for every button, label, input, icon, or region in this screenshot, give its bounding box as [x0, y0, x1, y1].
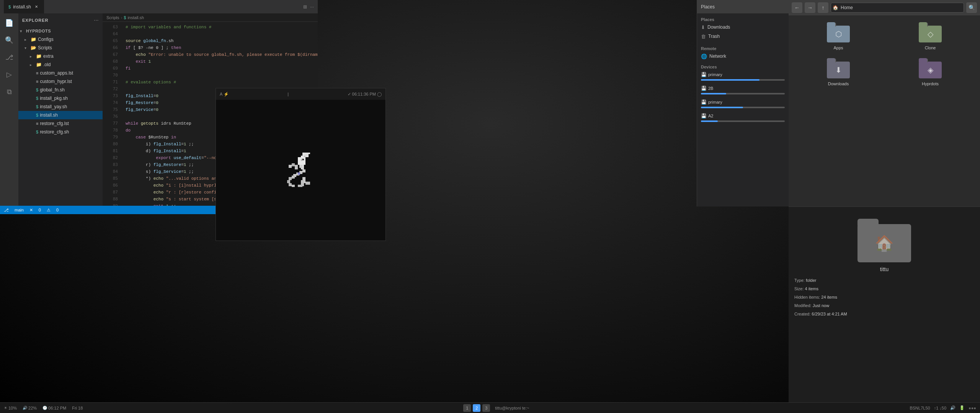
chevron-right-icon: ▸: [24, 37, 29, 42]
username-label: tittu@kryptoni te:~: [495, 406, 529, 410]
size-value: 4 items: [805, 286, 818, 291]
disk-icon: 💾: [701, 113, 707, 119]
tree-label: Scripts: [38, 45, 52, 50]
breadcrumb-scripts: Scripts: [106, 15, 119, 20]
places-label: Network: [709, 54, 726, 59]
tree-item-install-sh[interactable]: $ install.sh: [18, 111, 103, 119]
tree-item-restore-cfg-lst[interactable]: ≡ restore_cfg.lst: [18, 119, 103, 128]
workspace-label: 3: [485, 406, 487, 410]
line-numbers: 6364656667686970717273747576777879808182…: [103, 22, 122, 206]
explorer-section-hyprdots[interactable]: ▾ HYPRDOTS: [18, 27, 103, 35]
places-toolbar: Places: [697, 0, 789, 13]
back-button[interactable]: ←: [792, 2, 802, 13]
svg-rect-28: [304, 156, 305, 157]
script-icon: $: [36, 88, 38, 92]
places-item-network[interactable]: 🌐 Network: [697, 52, 789, 61]
created-label: Created:: [794, 312, 810, 316]
search-button[interactable]: 🔍: [966, 2, 977, 13]
disk-item-a2[interactable]: 💾A2: [697, 111, 789, 125]
fm-detail-panel: 🏠 tittu Type: folder Size: 4 items Hidde…: [789, 206, 980, 402]
workspace-3[interactable]: 3: [482, 404, 490, 412]
volume-icon: 🔊: [23, 406, 27, 410]
tab-close-button[interactable]: ✕: [33, 4, 39, 10]
apps-label: Apps: [833, 46, 843, 50]
git-branch-label: main: [15, 208, 24, 212]
terminal-status-right: ✓ 06:11:36 PM ◯: [348, 92, 382, 97]
tree-item-custom-apps[interactable]: ≡ custom_apps.lst: [18, 69, 103, 77]
disk-item-primary1[interactable]: 💾primary: [697, 70, 789, 84]
tree-item-install-pkg[interactable]: $ install_pkg.sh: [18, 94, 103, 102]
taskbar-workspaces: 1 2 3 tittu@kryptoni te:~: [463, 404, 529, 412]
tree-item-custom-hypr[interactable]: ≡ custom_hypr.lst: [18, 77, 103, 86]
tree-item-extra[interactable]: ▸ 📁 extra: [18, 52, 103, 60]
explorer-more-icon[interactable]: ···: [94, 18, 99, 23]
disk-usage-bar: [701, 107, 743, 108]
tree-item-configs[interactable]: ▸ 📁 Configs: [18, 35, 103, 44]
svg-rect-15: [289, 177, 292, 180]
svg-rect-27: [301, 159, 302, 161]
brightness-icon: ☀: [4, 406, 7, 410]
filemanager-window: ← → ↑ 🏠 Home 🔍 ⬡ Apps: [789, 0, 980, 206]
location-bar[interactable]: 🏠 Home: [831, 3, 964, 13]
forward-button[interactable]: →: [805, 2, 815, 13]
tree-item-scripts[interactable]: ▾ 📂 Scripts: [18, 44, 103, 52]
more-actions-icon[interactable]: ···: [310, 4, 314, 10]
tree-item-old[interactable]: ▸ 📁 .old: [18, 60, 103, 69]
apps-folder-icon: ⬡: [826, 24, 851, 44]
disk-label-text: primary: [708, 72, 722, 77]
tree-item-restore-cfg-sh[interactable]: $ restore_cfg.sh: [18, 128, 103, 136]
battery-icon: 🔋: [959, 405, 965, 410]
tree-item-install-yay[interactable]: $ install_yay.sh: [18, 102, 103, 111]
folder-apps[interactable]: ⬡ Apps: [794, 21, 882, 53]
debug-icon[interactable]: ▷: [3, 69, 15, 80]
svg-rect-22: [289, 165, 292, 168]
extensions-icon[interactable]: ⧉: [3, 86, 15, 98]
tree-label: custom_apps.lst: [40, 70, 73, 76]
search-icon[interactable]: 🔍: [3, 34, 15, 46]
fm-content: ⬡ Apps ◇ Clone: [789, 15, 980, 206]
active-tab[interactable]: $ install.sh ✕: [4, 0, 44, 13]
places-item-downloads[interactable]: ⬇ Downloads: [697, 23, 789, 32]
up-button[interactable]: ↑: [818, 2, 828, 13]
split-editor-icon[interactable]: ⊞: [303, 4, 307, 10]
disk-icon: 💾: [701, 86, 707, 91]
tab-file-icon: $: [8, 5, 11, 9]
chevron-down-icon: ▾: [20, 29, 24, 33]
detail-info: Type: folder Size: 4 items Hidden items:…: [794, 276, 974, 318]
time-value: 06:12 PM: [48, 406, 66, 410]
volume-value: 22%: [28, 406, 37, 410]
type-value: folder: [806, 278, 817, 283]
trash-icon: 🗑: [701, 34, 706, 39]
places-section-places: Places ⬇ Downloads 🗑 Trash: [697, 13, 789, 44]
tree-item-global-fn[interactable]: $ global_fn.sh: [18, 86, 103, 94]
workspace-label: 2: [475, 406, 478, 410]
disk-item-2b[interactable]: 💾2B: [697, 84, 789, 98]
detail-folder-icon: 🏠: [854, 213, 915, 262]
explorer-title: EXPLORER: [22, 18, 49, 23]
volume-tray-icon[interactable]: 🔊: [950, 405, 956, 410]
workspace-2[interactable]: 2: [473, 404, 480, 412]
places-item-trash[interactable]: 🗑 Trash: [697, 32, 789, 41]
workspace-1[interactable]: 1: [463, 404, 471, 412]
places-section-title: Places: [697, 16, 789, 23]
taskbar-session-label: tittu@kryptoni te:~: [495, 406, 529, 410]
svg-rect-12: [305, 154, 309, 156]
script-icon: $: [36, 104, 38, 109]
terminal-window: A ⚡ | ✓ 06:11:36 PM ◯: [216, 88, 386, 241]
git-icon[interactable]: ⎇: [3, 52, 15, 63]
svg-rect-16: [287, 180, 290, 183]
folder-downloads[interactable]: ⬇ Downloads: [794, 57, 882, 89]
disk-item-primary2[interactable]: 💾primary: [697, 98, 789, 111]
vscode-titlebar: $ install.sh ✕ ⊞ ···: [0, 0, 318, 13]
vscode-activity-bar: 📄 🔍 ⎇ ▷ ⧉: [0, 13, 18, 206]
remote-section-title: Remote: [697, 46, 789, 52]
folder-hyprdots[interactable]: ◈ Hyprdots: [886, 57, 974, 89]
places-section-remote: Remote 🌐 Network: [697, 44, 789, 62]
tree-label: .old: [43, 62, 51, 67]
folder-clone[interactable]: ◇ Clone: [886, 21, 974, 53]
explorer-icon[interactable]: 📄: [3, 17, 15, 29]
places-panel: Places Places ⬇ Downloads 🗑 Trash Remote…: [697, 0, 789, 206]
terminal-content[interactable]: [216, 100, 385, 241]
svg-rect-19: [298, 172, 300, 175]
hyprdots-label: Hyprdots: [922, 81, 939, 86]
